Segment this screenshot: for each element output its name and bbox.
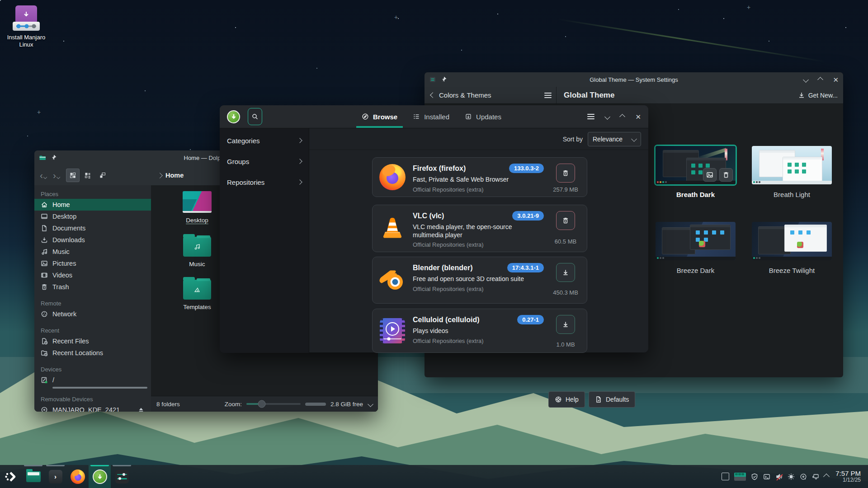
nav-categories[interactable]: Categories — [220, 130, 309, 151]
dolphin-statusbar: 8 folders Zoom: 2.8 GiB free — [151, 396, 378, 412]
settings-back-nav[interactable]: Colors & Themes — [425, 87, 557, 103]
folder-item-desktop[interactable]: Desktop — [175, 191, 219, 224]
theme-preview[interactable] — [752, 146, 832, 184]
section-recent: Recent — [34, 324, 151, 335]
videos-icon — [41, 272, 48, 279]
sidebar-item-desktop[interactable]: Desktop — [34, 211, 151, 222]
package-list: Sort by Relevance Firefox (firefox) 133.… — [309, 128, 648, 353]
tab-browse[interactable]: Browse — [362, 105, 397, 128]
install-button[interactable] — [556, 315, 575, 334]
tray-expand-button[interactable] — [823, 473, 830, 479]
virtual-desktop-pager[interactable] — [734, 473, 746, 481]
aurora-streak — [557, 19, 826, 62]
pamac-tabs: Browse Installed Updates — [362, 105, 501, 128]
details-view-button[interactable] — [81, 169, 94, 182]
network-icon — [41, 310, 48, 318]
get-new-button[interactable]: Get New... — [798, 92, 838, 99]
theme-wallpaper-button[interactable] — [703, 168, 717, 182]
breadcrumb[interactable]: Home — [158, 172, 184, 179]
folder-item-music[interactable]: Music — [175, 234, 219, 267]
nav-groups[interactable]: Groups — [220, 151, 309, 172]
pamac-header[interactable]: Browse Installed Updates ✕ — [220, 105, 648, 128]
pamac-menu-button[interactable] — [587, 114, 594, 119]
window-outline-icon[interactable] — [722, 473, 729, 480]
clock[interactable]: 7:57 PM 1/12/25 — [835, 469, 863, 483]
sidebar-item-network[interactable]: Network — [34, 308, 151, 320]
sidebar-item-manjaro-usb[interactable]: MANJARO_KDE_2421 — [34, 404, 151, 412]
root-drive-icon — [41, 376, 48, 384]
sort-label: Sort by — [563, 136, 583, 143]
sidebar-item-home[interactable]: Home — [34, 199, 151, 211]
theme-card-breath-light[interactable]: Breath Light — [752, 146, 832, 198]
help-icon — [555, 396, 562, 403]
optical-disc-icon[interactable] — [800, 473, 807, 480]
taskbar-pamac-button[interactable] — [89, 465, 111, 488]
install-manjaro-shortcut[interactable]: Install Manjaro Linux — [4, 5, 49, 49]
minimize-button[interactable] — [803, 77, 809, 83]
sort-dropdown[interactable]: Relevance — [588, 132, 641, 146]
app-launcher-button[interactable] — [0, 465, 22, 488]
settings-titlebar[interactable]: Global Theme — System Settings ✕ — [425, 72, 843, 87]
sidebar-item-music[interactable]: Music — [34, 246, 151, 258]
pamac-icon — [93, 469, 107, 484]
theme-preview[interactable] — [656, 222, 736, 260]
taskbar-konsole-button[interactable]: › — [44, 465, 66, 488]
install-button[interactable] — [556, 263, 575, 282]
package-row-firefox[interactable]: Firefox (firefox) 133.0.3-2 Fast, Privat… — [372, 157, 587, 197]
theme-card-breeze-twilight[interactable]: Breeze Twilight — [752, 222, 832, 274]
sidebar-item-videos[interactable]: Videos — [34, 269, 151, 281]
search-button[interactable] — [248, 108, 262, 125]
sidebar-item-trash[interactable]: Trash — [34, 281, 151, 293]
network-icon[interactable] — [812, 473, 819, 480]
shield-check-icon[interactable] — [751, 473, 758, 480]
package-row-vlc[interactable]: VLC (vlc) 3.0.21-9 VLC media player, the… — [372, 205, 587, 252]
taskbar-firefox-button[interactable] — [66, 465, 89, 488]
remove-button[interactable] — [556, 211, 575, 230]
icons-view-button[interactable] — [66, 169, 80, 182]
star-sparkle: + — [747, 4, 750, 11]
breadcrumb-home[interactable]: Home — [165, 172, 184, 179]
volume-muted-icon[interactable] — [775, 473, 783, 480]
taskbar-dolphin-button[interactable] — [22, 465, 44, 488]
zoom-slider[interactable] — [246, 403, 301, 405]
sidebar-item-recent-locations[interactable]: Recent Locations — [34, 347, 151, 359]
forward-button[interactable]: › — [53, 170, 60, 181]
brightness-icon[interactable] — [788, 473, 795, 480]
terminal-tray-icon[interactable] — [763, 473, 770, 480]
folder-item-templates[interactable]: Templates — [175, 277, 219, 310]
trash-icon — [562, 217, 569, 224]
theme-card-breeze-dark[interactable]: Breeze Dark — [656, 222, 736, 274]
tab-updates[interactable]: Updates — [465, 105, 501, 128]
firefox-icon — [379, 164, 406, 191]
hamburger-menu-icon[interactable] — [544, 93, 552, 98]
sidebar-item-recent-files[interactable]: Recent Files — [34, 335, 151, 347]
sidebar-item-documents[interactable]: Documents — [34, 222, 151, 234]
minimize-button[interactable] — [605, 114, 611, 120]
section-remote: Remote — [34, 296, 151, 308]
package-row-celluloid[interactable]: Celluloid (celluloid) 0.27-1 Plays video… — [372, 309, 587, 353]
theme-name: Breeze Twilight — [752, 267, 832, 274]
help-button[interactable]: Help — [548, 391, 585, 408]
close-button[interactable]: ✕ — [635, 113, 641, 120]
split-view-button[interactable] — [96, 169, 109, 182]
theme-preview[interactable] — [752, 222, 832, 260]
maximize-button[interactable] — [818, 77, 824, 83]
statusbar-expand-button[interactable] — [368, 401, 373, 407]
back-button[interactable]: ‹ — [40, 170, 47, 181]
nav-repositories[interactable]: Repositories — [220, 172, 309, 192]
package-row-blender[interactable]: Blender (blender) 17:4.3.1-1 Free and op… — [372, 257, 587, 304]
sidebar-item-root[interactable]: / — [34, 374, 151, 386]
sidebar-item-downloads[interactable]: Downloads — [34, 234, 151, 246]
theme-card-breath-dark[interactable]: Breath Dark — [656, 146, 736, 198]
defaults-button[interactable]: Defaults — [589, 391, 635, 408]
tab-installed[interactable]: Installed — [413, 105, 449, 128]
theme-delete-button[interactable] — [719, 168, 733, 182]
sidebar-item-pictures[interactable]: Pictures — [34, 258, 151, 269]
remove-button[interactable] — [556, 164, 575, 183]
eject-button[interactable] — [137, 406, 145, 412]
close-button[interactable]: ✕ — [833, 76, 839, 83]
trash-icon — [41, 283, 48, 291]
taskbar-settings-button[interactable] — [111, 465, 133, 488]
maximize-button[interactable] — [620, 114, 626, 120]
theme-preview[interactable] — [656, 146, 736, 184]
